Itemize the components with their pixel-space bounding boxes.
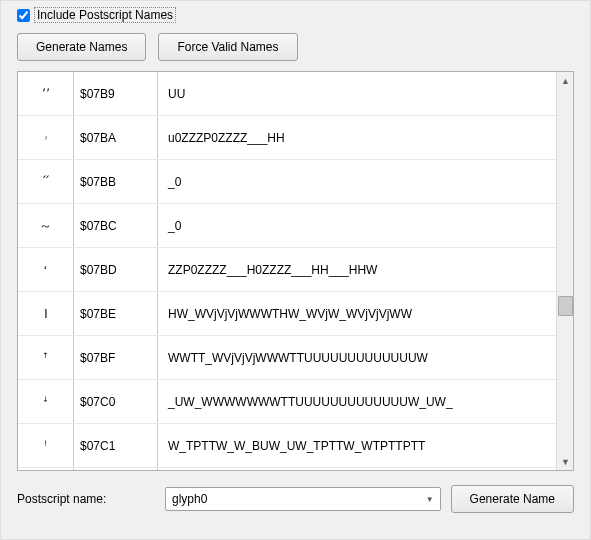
code-cell: $07BC [74, 204, 158, 247]
vertical-scrollbar[interactable]: ▲ ▼ [556, 72, 573, 470]
table-row[interactable]: ～ $07BC _0 [18, 204, 556, 248]
code-cell: $07BD [74, 248, 158, 291]
table-row[interactable]: ꜞ $07C2 TTTW_W_B1B1UUUUUUUUW_W_B1B1UUUU [18, 468, 556, 470]
name-cell: W_TPTTW_W_BUW_UW_TPTTW_WTPTTPTT [158, 439, 556, 453]
code-cell: $07C1 [74, 424, 158, 467]
table-row[interactable]: ‘ $07BD ZZP0ZZZZ___H0ZZZZ___HH___HHW [18, 248, 556, 292]
code-cell: $07BE [74, 292, 158, 335]
glyph-cell: ～ [18, 204, 74, 247]
table-row[interactable]: ⵏ $07BE HW_WVjVjVjWWWTHW_WVjW_WVjVjVjWW [18, 292, 556, 336]
code-cell: $07BA [74, 116, 158, 159]
force-valid-names-button[interactable]: Force Valid Names [158, 33, 297, 61]
glyph-cell: ՛՛ [18, 160, 74, 203]
table-row[interactable]: ꜛ $07BF WWTT_WVjVjVjWWWTTUUUUUUUUUUUUUW [18, 336, 556, 380]
glyph-cell: ꜝ [18, 424, 74, 467]
include-postscript-label: Include Postscript Names [34, 7, 176, 23]
glyph-cell: ՚՚ [18, 72, 74, 115]
table-row[interactable]: ՛՛ $07BB _0 [18, 160, 556, 204]
code-cell: $07C2 [74, 468, 158, 470]
postscript-name-combo[interactable]: ▼ [165, 487, 441, 511]
scroll-up-arrow-icon[interactable]: ▲ [557, 72, 574, 89]
glyph-cell: ꜜ [18, 380, 74, 423]
table-row[interactable]: ՚՚ $07B9 UU [18, 72, 556, 116]
checkbox-row: Include Postscript Names [17, 7, 574, 23]
postscript-name-label: Postscript name: [17, 492, 155, 506]
scroll-down-arrow-icon[interactable]: ▼ [557, 453, 574, 470]
include-postscript-checkbox[interactable] [17, 9, 30, 22]
code-cell: $07B9 [74, 72, 158, 115]
name-cell: WWTT_WVjVjVjWWWTTUUUUUUUUUUUUUW [158, 351, 556, 365]
generate-name-button[interactable]: Generate Name [451, 485, 574, 513]
code-cell: $07C0 [74, 380, 158, 423]
glyph-cell: ‘ [18, 248, 74, 291]
glyph-cell: ꜛ [18, 336, 74, 379]
name-cell: UU [158, 87, 556, 101]
postscript-name-input[interactable] [165, 487, 441, 511]
glyph-cell: ۥ [18, 116, 74, 159]
name-cell: _0 [158, 175, 556, 189]
dialog-panel: Include Postscript Names Generate Names … [0, 0, 591, 540]
table-row[interactable]: ꜝ $07C1 W_TPTTW_W_BUW_UW_TPTTW_WTPTTPTT [18, 424, 556, 468]
code-cell: $07BB [74, 160, 158, 203]
glyph-cell: ⵏ [18, 292, 74, 335]
name-cell: HW_WVjVjVjWWWTHW_WVjW_WVjVjVjWW [158, 307, 556, 321]
name-cell: _0 [158, 219, 556, 233]
generate-names-button[interactable]: Generate Names [17, 33, 146, 61]
scroll-thumb[interactable] [558, 296, 573, 316]
table-body: ՚՚ $07B9 UU ۥ $07BA u0ZZZP0ZZZZ___HH ՛՛ … [18, 72, 556, 470]
table-row[interactable]: ꜜ $07C0 _UW_WWWWWWWTTUUUUUUUUUUUUUW_UW_ [18, 380, 556, 424]
table-row[interactable]: ۥ $07BA u0ZZZP0ZZZZ___HH [18, 116, 556, 160]
glyph-table: ՚՚ $07B9 UU ۥ $07BA u0ZZZP0ZZZZ___HH ՛՛ … [17, 71, 574, 471]
name-cell: _UW_WWWWWWWTTUUUUUUUUUUUUUW_UW_ [158, 395, 556, 409]
postscript-row: Postscript name: ▼ Generate Name [17, 485, 574, 513]
button-row: Generate Names Force Valid Names [17, 33, 574, 61]
name-cell: ZZP0ZZZZ___H0ZZZZ___HH___HHW [158, 263, 556, 277]
glyph-cell: ꜞ [18, 468, 74, 470]
name-cell: u0ZZZP0ZZZZ___HH [158, 131, 556, 145]
code-cell: $07BF [74, 336, 158, 379]
